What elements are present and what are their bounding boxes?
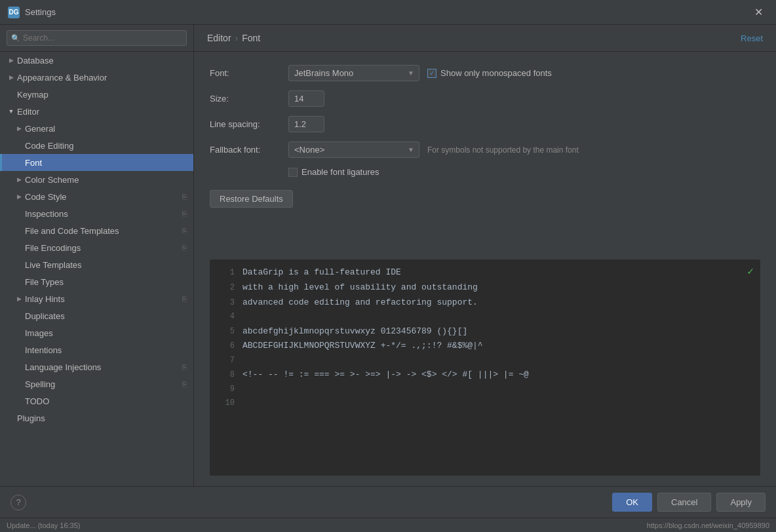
- copy-icon-spelling: ⎘: [182, 380, 187, 388]
- fallback-font-hint: For symbols not supported by the main fo…: [427, 145, 579, 155]
- sidebar-label-plugins: Plugins: [17, 413, 187, 423]
- search-input[interactable]: [7, 30, 187, 46]
- settings-area: Font: JetBrains Mono ▼ Show only monospa…: [194, 52, 776, 259]
- line-content: DataGrip is a full-featured IDE: [242, 266, 401, 280]
- apply-button[interactable]: Apply: [716, 493, 766, 512]
- sidebar-item-font[interactable]: Font: [0, 154, 193, 171]
- main-header: Editor › Font Reset: [194, 25, 776, 52]
- fallback-font-controls: <None> ▼ For symbols not supported by th…: [288, 142, 579, 158]
- size-input[interactable]: [288, 90, 324, 107]
- sidebar-item-images[interactable]: Images: [0, 324, 193, 341]
- line-number: 9: [219, 383, 235, 396]
- status-bar: Update... (today 16:35) https://blog.csd…: [0, 518, 776, 532]
- sidebar-label-file-encodings: File Encodings: [25, 243, 180, 253]
- sidebar-item-inspections[interactable]: Inspections⎘: [0, 205, 193, 222]
- sidebar-item-plugins[interactable]: Plugins: [0, 409, 193, 427]
- sidebar-label-appearance: Appearance & Behavior: [17, 73, 187, 83]
- sidebar-item-file-types[interactable]: File Types: [0, 273, 193, 290]
- preview-line: 6ABCDEFGHIJKLMNOPQRSTUVWXYZ +-*/= .,;:!?…: [219, 339, 751, 353]
- ligatures-row: Enable font ligatures: [210, 167, 760, 177]
- fallback-font-label: Fallback font:: [210, 145, 288, 155]
- fallback-font-select[interactable]: <None>: [288, 142, 419, 158]
- tree-arrow-editor: ▼: [7, 107, 16, 116]
- title-bar: DG Settings ✕: [0, 0, 776, 25]
- ok-button[interactable]: OK: [612, 493, 652, 512]
- sidebar-item-editor[interactable]: ▼Editor: [0, 103, 193, 120]
- sidebar-label-todo: TODO: [25, 396, 187, 406]
- font-select-wrapper: JetBrains Mono ▼: [288, 65, 419, 81]
- sidebar-item-spelling[interactable]: Spelling⎘: [0, 375, 193, 392]
- sidebar-item-live-templates[interactable]: Live Templates: [0, 256, 193, 273]
- line-content: ABCDEFGHIJKLMNOPQRSTUVWXYZ +-*/= .,;:!? …: [242, 339, 483, 353]
- sidebar-item-inlay-hints[interactable]: ▶Inlay Hints⎘: [0, 290, 193, 307]
- main-content: Editor › Font Reset Font: JetBrains Mono: [194, 25, 776, 486]
- sidebar-item-code-editing[interactable]: Code Editing: [0, 137, 193, 154]
- font-label: Font:: [210, 68, 288, 78]
- sidebar-item-intentions[interactable]: Intentions: [0, 341, 193, 358]
- help-button[interactable]: ?: [10, 495, 26, 510]
- sidebar-label-intentions: Intentions: [25, 345, 187, 355]
- sidebar: 🔍 ▶Database▶Appearance & BehaviorKeymap▼…: [0, 25, 194, 486]
- sidebar-item-color-scheme[interactable]: ▶Color Scheme: [0, 171, 193, 188]
- reset-link[interactable]: Reset: [741, 33, 763, 43]
- show-monospaced-label: Show only monospaced fonts: [440, 68, 552, 78]
- dialog-title: Settings: [25, 7, 749, 17]
- ligatures-checkbox[interactable]: Enable font ligatures: [288, 167, 379, 177]
- sidebar-item-keymap[interactable]: Keymap: [0, 86, 193, 103]
- tree-arrow-inlay-hints: ▶: [14, 294, 24, 303]
- sidebar-item-file-code-templates[interactable]: File and Code Templates⎘: [0, 222, 193, 239]
- cancel-button[interactable]: Cancel: [657, 493, 711, 512]
- tree-arrow-general: ▶: [14, 124, 24, 133]
- line-content: <!-- -- != := === >= >- >=> |-> -> <$> <…: [242, 368, 529, 382]
- preview-line: 2with a high level of usability and outs…: [219, 281, 751, 295]
- show-monospaced-checkbox[interactable]: Show only monospaced fonts: [427, 68, 552, 78]
- fallback-font-row: Fallback font: <None> ▼ For symbols not …: [210, 142, 760, 158]
- sidebar-item-appearance[interactable]: ▶Appearance & Behavior: [0, 69, 193, 86]
- line-number: 1: [219, 267, 235, 279]
- font-select[interactable]: JetBrains Mono: [288, 65, 419, 81]
- copy-icon-inspections: ⎘: [182, 210, 187, 218]
- bottom-bar: ? OK Cancel Apply: [0, 486, 776, 518]
- copy-icon-code-style: ⎘: [182, 193, 187, 200]
- copy-icon-file-code-templates: ⎘: [182, 227, 187, 235]
- preview-line: 8<!-- -- != := === >= >- >=> |-> -> <$> …: [219, 368, 751, 382]
- close-button[interactable]: ✕: [749, 3, 768, 21]
- sidebar-label-keymap: Keymap: [17, 90, 187, 100]
- sidebar-item-todo[interactable]: TODO: [0, 392, 193, 409]
- line-spacing-input[interactable]: [288, 116, 324, 132]
- font-preview: 1DataGrip is a full-featured IDE2with a …: [210, 259, 760, 476]
- line-content: abcdefghijklmnopqrstuvwxyz 0123456789 ()…: [242, 325, 467, 339]
- sidebar-label-inlay-hints: Inlay Hints: [25, 294, 180, 304]
- sidebar-label-live-templates: Live Templates: [25, 260, 187, 270]
- line-number: 3: [219, 297, 235, 309]
- size-row: Size:: [210, 90, 760, 107]
- line-number: 6: [219, 340, 235, 352]
- sidebar-item-file-encodings[interactable]: File Encodings⎘: [0, 239, 193, 256]
- breadcrumb: Editor › Font: [207, 33, 260, 43]
- sidebar-label-file-code-templates: File and Code Templates: [25, 226, 180, 236]
- fallback-font-select-wrapper: <None> ▼: [288, 142, 419, 158]
- content-area: 🔍 ▶Database▶Appearance & BehaviorKeymap▼…: [0, 25, 776, 486]
- sidebar-label-code-style: Code Style: [25, 192, 180, 202]
- sidebar-item-general[interactable]: ▶General: [0, 120, 193, 137]
- sidebar-item-code-style[interactable]: ▶Code Style⎘: [0, 188, 193, 205]
- sidebar-label-general: General: [25, 124, 187, 134]
- sidebar-label-images: Images: [25, 328, 187, 338]
- copy-icon-language-injections: ⎘: [182, 363, 187, 371]
- status-left: Update... (today 16:35): [7, 522, 81, 529]
- sidebar-label-color-scheme: Color Scheme: [25, 175, 187, 185]
- search-wrapper: 🔍: [7, 30, 187, 46]
- status-right: https://blog.csdn.net/weixin_40959890: [647, 522, 769, 529]
- show-monospaced-checkbox-box: [427, 69, 436, 78]
- font-controls: JetBrains Mono ▼ Show only monospaced fo…: [288, 65, 552, 81]
- sidebar-item-duplicates[interactable]: Duplicates: [0, 307, 193, 324]
- restore-defaults-button[interactable]: Restore Defaults: [210, 190, 293, 208]
- search-icon: 🔍: [11, 34, 20, 43]
- line-content: advanced code editing and refactoring su…: [242, 296, 478, 310]
- preview-line: 9: [219, 383, 751, 396]
- sidebar-item-database[interactable]: ▶Database: [0, 52, 193, 69]
- line-number: 2: [219, 282, 235, 294]
- bottom-actions: OK Cancel Apply: [612, 493, 766, 512]
- line-number: 8: [219, 369, 235, 381]
- sidebar-item-language-injections[interactable]: Language Injections⎘: [0, 358, 193, 375]
